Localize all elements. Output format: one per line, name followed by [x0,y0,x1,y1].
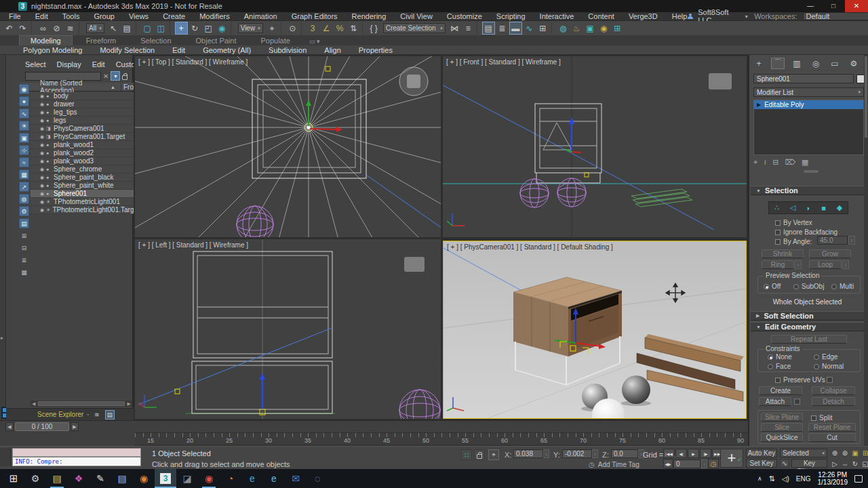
x-coordinate-field[interactable]: 0.038 [513,449,543,458]
display-filter-toggle[interactable]: ⊞ [19,230,29,241]
toolbar-button[interactable] [551,22,555,35]
command-panel-tab[interactable]: + [752,58,766,69]
toolbar-button[interactable] [136,22,139,35]
ribbon-tab[interactable]: Selection [130,36,182,45]
visibility-eye-icon[interactable]: ◉ [40,134,44,140]
clear-search-icon[interactable]: ✕ [103,73,108,80]
preserve-uvs-checkbox[interactable]: Preserve UVs [775,376,833,384]
create-button[interactable]: Create [759,386,802,395]
viewport-top[interactable]: [ + ] [ Top ] [ Standard ] [ Wireframe ] [135,56,441,237]
scene-object-row[interactable]: ◉ plank_wood3 [31,157,134,165]
modifier-list-dropdown[interactable]: Modifier List▾ [753,87,864,97]
menu-item[interactable]: Views [129,12,149,20]
scene-object-row[interactable]: ◉ plank_wood2 [31,149,134,157]
menu-item[interactable]: File [9,12,21,20]
command-panel-tab[interactable]: ⚙ [847,58,861,69]
ring-spinner[interactable]: ↕ [795,260,802,269]
toolbar-button[interactable]: ≡ [462,22,475,35]
toolbar-button[interactable]: ▣ [584,22,597,35]
toolbar-button[interactable]: ⌖ [266,22,279,35]
taskbar-clock[interactable]: 12:26 PM 1/13/2019 [818,471,848,486]
visibility-eye-icon[interactable]: ◉ [40,102,44,107]
display-filter-toggle[interactable]: ⚙ [19,206,29,216]
ribbon-panel-button[interactable]: Align [324,46,340,54]
toolbar-button[interactable]: ▤ [482,22,495,35]
stack-tool-icon[interactable]: ⊟ [772,158,778,167]
menu-item[interactable]: Content [588,12,614,20]
current-frame-field[interactable]: 0 [673,460,701,468]
preview-subobj-radio[interactable]: SubObj [793,283,824,290]
time-configuration-icon[interactable]: ◷ [708,459,719,468]
scene-explorer-hscrollbar[interactable]: ◀ ▶ [31,401,132,407]
subobject-icon[interactable]: ∴ [774,203,779,212]
display-filter-toggle[interactable]: ↗ [19,182,29,192]
display-filter-toggle[interactable]: ▦ [19,267,29,277]
x-spinner[interactable]: ↕ [543,449,549,458]
attach-button[interactable]: Attach [759,397,791,406]
named-selection-sets-dropdown[interactable]: Create Selection Se▾ [383,23,446,33]
preview-off-radio[interactable]: Off [764,283,781,290]
toolbar-button[interactable]: ◍ [557,22,570,35]
workspace-selector[interactable]: Default ▾ [803,12,868,20]
loop-spinner[interactable]: ↕ [842,260,849,269]
loop-button[interactable]: Loop [809,260,842,269]
ring-button[interactable]: Ring [762,260,794,269]
y-spinner[interactable]: ↕ [592,449,598,458]
listener-grip[interactable] [0,448,11,466]
command-panel-tab[interactable]: ⌒ [771,58,785,69]
scene-object-row[interactable]: ◉ leg_tips [31,108,134,117]
command-panel-scrollbar[interactable] [864,55,868,446]
shrink-button[interactable]: Shrink [762,249,804,258]
display-filter-toggle[interactable]: ● [19,96,29,106]
menu-item[interactable]: Create [163,12,185,20]
track-bar[interactable]: 15202530354045505560657075808590 [135,432,748,446]
start-button[interactable]: ⊞ [3,469,24,488]
filter-icon[interactable]: ▼ [111,71,120,81]
language-indicator[interactable]: ENG [796,475,811,483]
stack-tool-icon[interactable]: ≀ [764,158,766,167]
toolbar-button[interactable] [477,22,480,35]
menu-item[interactable]: Help [672,12,688,20]
frozen-column-header[interactable]: Fro [121,83,134,91]
stack-tool-icon[interactable]: ▦ [802,158,808,167]
maxscript-listener-macro-line[interactable] [12,448,141,457]
command-panel-tab[interactable]: ◎ [809,58,823,69]
action-center-icon[interactable] [854,475,863,483]
selection-rollout-header[interactable]: ▼Selection [751,186,867,195]
scene-object-row[interactable]: ◉ Sphere_paint_black [31,174,134,182]
viewport-nav-button[interactable]: ⇔ [840,459,850,469]
toolbar-button[interactable]: ▢ [141,22,154,35]
ignore-backfacing-checkbox[interactable]: Ignore Backfacing [775,228,837,236]
stack-tool-icon[interactable]: ⌖ [753,158,757,167]
visibility-eye-icon[interactable]: ◉ [40,150,44,156]
key-filters-paw-icon[interactable]: ∿ [780,459,789,468]
ribbon-tab[interactable]: Populate [250,36,300,45]
scene-object-row[interactable]: ◉ Sphere_paint_white [31,182,134,190]
set-key-button[interactable]: Set Key [746,459,777,468]
display-filter-toggle[interactable]: ∿ [19,108,29,119]
taskbar-app-icon[interactable]: ◉ [133,469,155,488]
ribbon-panel-button[interactable]: Modify Selection [100,46,155,54]
menu-item[interactable]: Verge3D [629,12,658,20]
slice-button[interactable]: Slice [761,423,803,432]
taskbar-app-icon[interactable]: ▤ [111,469,133,488]
visibility-eye-icon[interactable]: ◉ [40,167,44,172]
display-filter-toggle[interactable]: ≣ [19,255,29,265]
visibility-eye-icon[interactable]: ◉ [40,110,44,115]
modifier-stack[interactable]: ▶Editable Poly [753,100,864,155]
menu-item[interactable]: Edit [35,12,48,20]
viewport-nav-button[interactable]: ▣ [850,448,860,458]
ribbon-panel-button[interactable]: Properties [359,46,393,54]
toolbar-button[interactable]: ♨ [570,22,583,35]
repeat-last-button[interactable]: Repeat Last [771,335,847,344]
display-filter-toggle[interactable]: ▤ [19,218,29,228]
toolbar-button[interactable]: { } [368,22,380,35]
ribbon-display-toggle[interactable]: ▭ ▾ [304,37,326,45]
scene-explorer-tab-icon[interactable]: ▤ [105,410,115,420]
split-checkbox[interactable]: Split [811,414,832,422]
display-filter-toggle[interactable]: ◉ [19,84,29,94]
selection-filter-dropdown[interactable]: All▾ [86,23,104,33]
subobject-icon[interactable]: ■ [821,204,826,212]
menu-item[interactable]: Scripting [496,12,526,20]
grow-button[interactable]: Grow [809,249,851,258]
